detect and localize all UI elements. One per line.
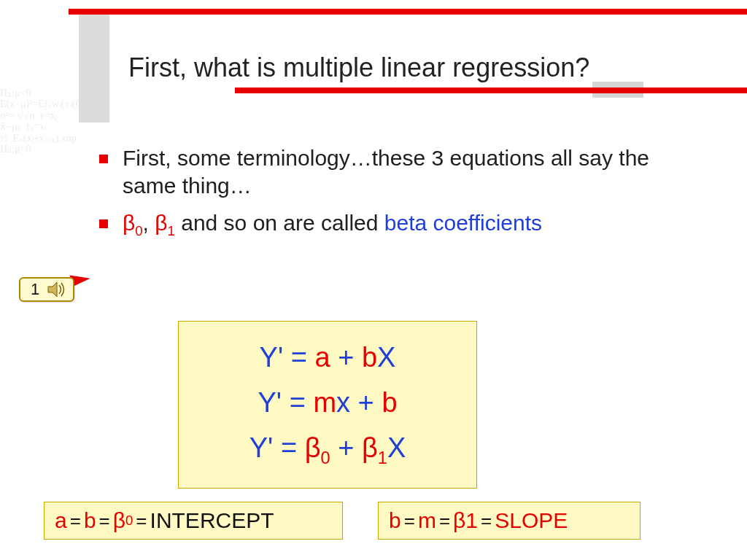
bullet-2-tail: and so on are called xyxy=(175,211,384,235)
beta-sub-1: 1 xyxy=(168,223,175,238)
equation-1: Y' = a + bX xyxy=(260,342,396,373)
eq3-x: X xyxy=(387,432,406,463)
math-background-text: H₁:μ<0 E(x−μ)²=E∫ₓwᵢ(xᵢ(6−1)=ĥ σ²= s/√n … xyxy=(0,88,80,357)
slope-m: m xyxy=(418,508,436,533)
eq2-m: m xyxy=(313,387,336,418)
eq1-x: X xyxy=(377,342,395,373)
intercept-label: INTERCEPT xyxy=(150,508,274,533)
bullet-marker-icon xyxy=(99,219,108,228)
eq2-plus: + xyxy=(350,387,382,418)
eq1-y: Y' = xyxy=(260,342,315,373)
eq2-y: Y' = xyxy=(258,387,313,418)
slope-box: b = m = β1 = SLOPE xyxy=(378,502,640,540)
beta-sub-0: 0 xyxy=(135,223,142,238)
intercept-beta: β xyxy=(113,508,125,533)
intercept-b: b xyxy=(84,508,96,533)
eq-sign: = xyxy=(70,510,81,532)
beta-symbol: β xyxy=(155,211,167,235)
eq2-x: x xyxy=(336,387,350,418)
slope-label: SLOPE xyxy=(495,508,568,533)
callout-label: 1 xyxy=(31,280,39,299)
eq3-plus: + xyxy=(330,432,362,463)
bullet-item-2: β0, β1 and so on are called beta coeffic… xyxy=(99,209,668,239)
eq-sign: = xyxy=(136,510,147,532)
slope-beta: β xyxy=(453,508,465,533)
equation-2: Y' = mx + b xyxy=(258,387,397,419)
eq3-beta0: β xyxy=(305,432,321,463)
bullet-2-text: β0, β1 and so on are called beta coeffic… xyxy=(123,209,542,239)
comma: , xyxy=(143,211,155,235)
intercept-a: a xyxy=(55,508,67,533)
title-underline-bar xyxy=(235,88,747,93)
bullet-item-1: First, some terminology…these 3 equation… xyxy=(99,144,668,199)
intercept-sub0: 0 xyxy=(125,513,133,529)
step-callout-1: 1 xyxy=(19,277,74,302)
top-red-bar xyxy=(69,9,747,15)
eq3-sub0: 0 xyxy=(321,448,330,467)
eq1-a: a xyxy=(314,342,330,373)
eq2-b: b xyxy=(382,387,397,418)
eq3-beta1: β xyxy=(362,432,378,463)
beta-coefficients-term: beta coefficients xyxy=(384,211,542,235)
eq1-b: b xyxy=(362,342,377,373)
bullet-list: First, some terminology…these 3 equation… xyxy=(99,144,668,249)
slide-title: First, what is multiple linear regressio… xyxy=(128,52,589,83)
equation-3: Y' = β0 + β1X xyxy=(249,432,406,468)
eq3-y: Y' = xyxy=(249,432,305,463)
eq1-plus: + xyxy=(330,342,362,373)
eq-sign: = xyxy=(404,510,415,532)
eq3-sub1: 1 xyxy=(378,448,387,467)
eq-sign: = xyxy=(481,510,492,532)
eq-sign: = xyxy=(99,510,110,532)
bullet-marker-icon xyxy=(99,155,108,163)
eq-sign: = xyxy=(439,510,450,532)
intercept-box: a = b = β0 = INTERCEPT xyxy=(44,502,343,540)
bullet-1-text: First, some terminology…these 3 equation… xyxy=(123,144,668,199)
gray-tab-left xyxy=(79,15,109,122)
equations-box: Y' = a + bX Y' = mx + b Y' = β0 + β1X xyxy=(178,321,477,489)
slope-b: b xyxy=(389,508,401,533)
slope-sub1: 1 xyxy=(465,508,478,533)
beta-symbol: β xyxy=(123,211,135,235)
